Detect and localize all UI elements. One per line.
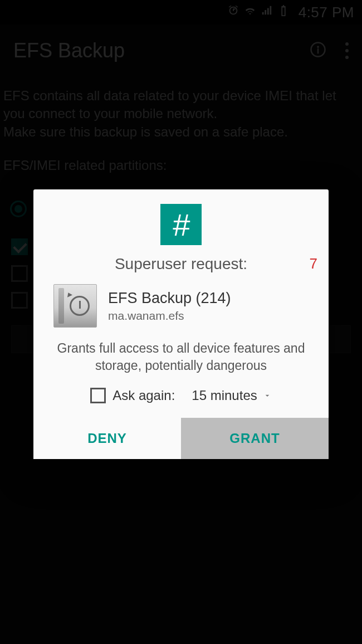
ask-interval-dropdown[interactable]: 15 minutes — [192, 388, 271, 403]
requesting-app-icon — [53, 284, 97, 328]
chevron-down-icon — [263, 388, 272, 403]
dialog-button-bar: DENY GRANT — [33, 418, 329, 459]
ask-again-row: Ask again: 15 minutes — [33, 386, 329, 418]
dialog-countdown: 7 — [310, 255, 317, 272]
supersu-icon: # — [160, 204, 202, 245]
requesting-app-package: ma.wanam.efs — [108, 309, 231, 323]
requesting-app-row: EFS Backup (214) ma.wanam.efs — [33, 281, 329, 338]
superuser-dialog: # Superuser request: 7 EFS Backup (214) … — [33, 189, 329, 459]
requesting-app-name: EFS Backup (214) — [108, 290, 231, 307]
dialog-warning: Grants full access to all device feature… — [33, 338, 329, 386]
deny-button[interactable]: DENY — [33, 418, 181, 459]
ask-interval-value: 15 minutes — [192, 388, 257, 403]
dialog-title: Superuser request: — [115, 255, 247, 273]
ask-again-label: Ask again: — [112, 388, 175, 403]
grant-button[interactable]: GRANT — [181, 418, 329, 459]
ask-again-checkbox[interactable] — [90, 388, 106, 403]
